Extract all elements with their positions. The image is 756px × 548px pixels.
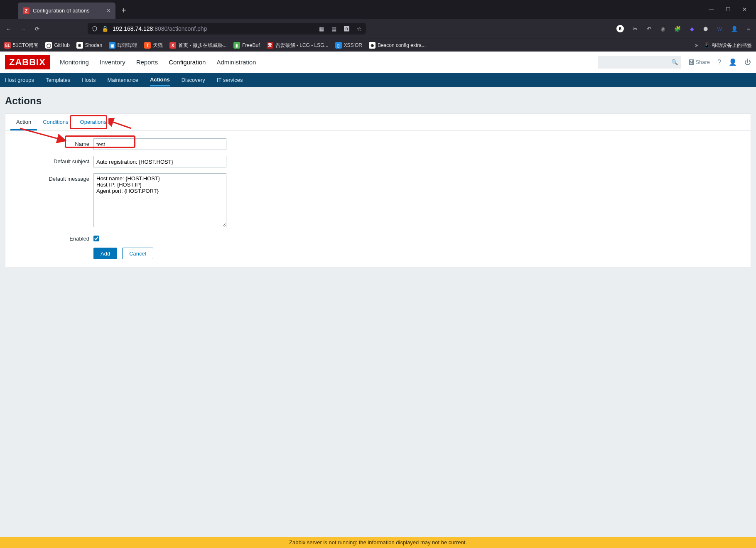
nav-monitoring[interactable]: Monitoring (60, 59, 89, 66)
name-label: Name (10, 138, 93, 147)
subnav-hosts[interactable]: Hosts (82, 77, 96, 83)
tab-title: Configuration of actions (33, 7, 90, 14)
subnav-itservices[interactable]: IT services (217, 77, 243, 83)
add-button[interactable]: Add (93, 248, 117, 259)
bookmark-bilibili[interactable]: ▣哔哩哔哩 (109, 42, 137, 49)
nav-inventory[interactable]: Inventory (100, 59, 125, 66)
bookmark-github[interactable]: ◯GitHub (45, 42, 69, 49)
browser-tab-strip: Z Configuration of actions × + — ☐ ✕ (0, 0, 756, 19)
menu-icon[interactable]: ≡ (747, 26, 750, 32)
nav-configuration[interactable]: Configuration (169, 59, 206, 66)
user-icon[interactable]: 👤 (729, 58, 737, 66)
bookmark-52pojie[interactable]: 爱吾爱破解 - LCG - LSG... (267, 42, 329, 49)
tab-action[interactable]: Action (10, 114, 37, 130)
url-bar[interactable]: 🔓 192.168.74.128:8080/actionconf.php ▦ ▤… (88, 23, 366, 34)
bookmark-freebuf[interactable]: ▮FreeBuf (233, 42, 260, 49)
page-body: Actions Action Conditions Operations Nam… (0, 87, 756, 272)
subnav-maintenance[interactable]: Maintenance (108, 77, 138, 83)
translate-icon[interactable]: 🅰 (344, 26, 349, 32)
subject-label: Default subject (10, 156, 93, 165)
reader-icon[interactable]: ▤ (331, 26, 336, 32)
nav-reports[interactable]: Reports (136, 59, 158, 66)
shield-icon (92, 26, 98, 32)
bookmark-xssor[interactable]: ▯XSS'OR (335, 42, 362, 49)
global-search[interactable]: 🔍 (598, 56, 681, 69)
url-text: 192.168.74.128:8080/actionconf.php (113, 25, 207, 32)
bookmarks-overflow-icon[interactable]: » (695, 42, 698, 48)
close-window-icon[interactable]: ✕ (742, 6, 747, 12)
message-textarea[interactable] (93, 173, 226, 227)
subnav-discovery[interactable]: Discovery (182, 77, 205, 83)
crop-icon[interactable]: ✂ (633, 26, 638, 32)
bookmark-mobile[interactable]: 📱移动设备上的书签 (704, 42, 752, 49)
close-tab-icon[interactable]: × (107, 7, 110, 15)
subnav-hostgroups[interactable]: Host groups (5, 77, 34, 83)
bookmark-threatbook[interactable]: X首页 - 微步在线威胁... (169, 42, 227, 49)
main-nav: Monitoring Inventory Reports Configurati… (60, 59, 256, 66)
subnav-templates[interactable]: Templates (46, 77, 70, 83)
help-icon[interactable]: ? (717, 59, 721, 66)
enabled-label: Enabled (10, 233, 93, 242)
qr-icon[interactable]: ▦ (319, 26, 324, 32)
tab-conditions[interactable]: Conditions (37, 114, 74, 130)
bookmark-shodan[interactable]: ⚙Shodan (76, 42, 102, 49)
bookmark-beacon[interactable]: ⊕Beacon config extra... (369, 42, 426, 49)
ext-icon-1[interactable]: 🧩 (674, 26, 681, 32)
name-input[interactable] (93, 138, 226, 150)
page-title: Actions (5, 95, 751, 107)
tab-favicon: Z (23, 7, 29, 14)
svg-line-1 (111, 121, 131, 128)
forward-icon[interactable]: → (20, 26, 26, 32)
sub-nav: Host groups Templates Hosts Maintenance … (0, 73, 756, 87)
form-tabs: Action Conditions Operations (5, 114, 751, 131)
search-icon[interactable]: 🔍 (671, 59, 678, 65)
subject-input[interactable] (93, 156, 226, 167)
message-label: Default message (10, 173, 93, 182)
enabled-checkbox[interactable] (93, 236, 99, 241)
record-icon[interactable]: ◉ (660, 26, 665, 32)
browser-tab[interactable]: Z Configuration of actions × (18, 2, 115, 19)
reload-icon[interactable]: ⟳ (35, 26, 39, 32)
bookmark-51cto[interactable]: 5151CTO博客 (4, 42, 39, 49)
ext-icon-3[interactable]: ⬢ (703, 26, 708, 32)
action-form-panel: Action Conditions Operations Name Defaul… (5, 113, 751, 267)
window-controls: — ☐ ✕ (709, 0, 756, 19)
zabbix-logo[interactable]: ZABBIX (5, 55, 50, 69)
browser-toolbar: ← → ⟳ 🔓 192.168.74.128:8080/actionconf.p… (0, 19, 756, 39)
ext-icon-2[interactable]: ◆ (690, 26, 694, 32)
back-icon[interactable]: ← (6, 26, 11, 32)
tab-operations[interactable]: Operations (74, 114, 113, 130)
new-tab-button[interactable]: + (115, 2, 132, 19)
bookmark-star-icon[interactable]: ☆ (357, 26, 362, 32)
nav-administration[interactable]: Administration (216, 59, 256, 66)
notification-badge[interactable]: 6 (616, 25, 624, 32)
subnav-actions[interactable]: Actions (150, 76, 170, 86)
minimize-icon[interactable]: — (709, 6, 714, 12)
maximize-icon[interactable]: ☐ (726, 6, 731, 12)
ext-icon-4[interactable]: W (717, 26, 722, 32)
zabbix-header: ZABBIX Monitoring Inventory Reports Conf… (0, 52, 756, 73)
account-icon[interactable]: 👤 (731, 26, 738, 32)
cancel-button[interactable]: Cancel (122, 248, 153, 259)
share-link[interactable]: ZShare (689, 59, 710, 65)
undo-icon[interactable]: ↶ (647, 26, 651, 32)
logout-icon[interactable]: ⏻ (744, 59, 751, 66)
insecure-lock-icon: 🔓 (102, 26, 108, 32)
bookmarks-bar: 5151CTO博客 ◯GitHub ⚙Shodan ▣哔哩哔哩 T天猫 X首页 … (0, 39, 756, 52)
form-body: Name Default subject Default message Ena… (5, 131, 751, 267)
bookmark-tmall[interactable]: T天猫 (144, 42, 163, 49)
